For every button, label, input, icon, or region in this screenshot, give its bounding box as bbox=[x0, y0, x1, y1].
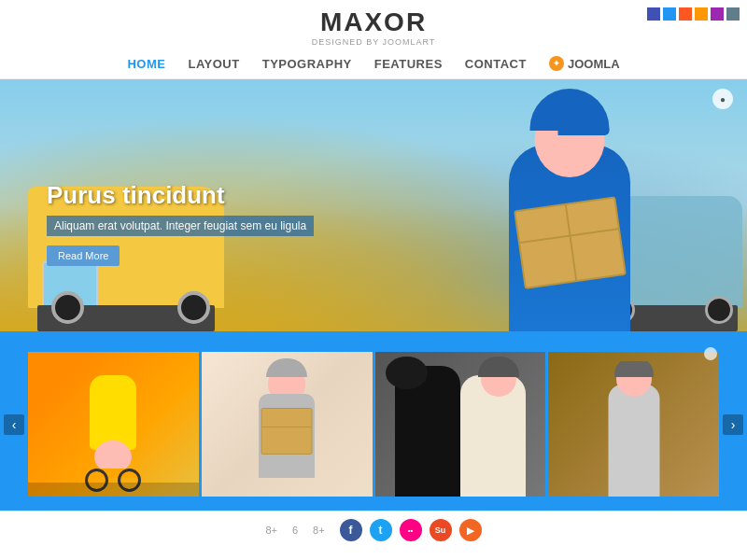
color-swatch-3[interactable] bbox=[679, 7, 692, 21]
hero-title: Purus tincidunt bbox=[47, 181, 314, 210]
color-swatch-6[interactable] bbox=[726, 7, 740, 21]
gallery-inner: ‹ bbox=[0, 352, 747, 497]
hero-section: Purus tincidunt Aliquam erat volutpat. I… bbox=[0, 79, 747, 331]
social-icons: f t •• Su ▶ bbox=[340, 519, 482, 541]
hero-slide-indicator[interactable]: ● bbox=[712, 89, 733, 109]
gallery-next-button[interactable]: › bbox=[723, 414, 743, 435]
hero-subtitle: Aliquam erat volutpat. Integer feugiat s… bbox=[47, 216, 314, 236]
delivery-handoff-figure bbox=[386, 352, 535, 497]
page-wrapper: MAXOR DESIGNED BY JOOMLART HOME LAYOUT T… bbox=[0, 0, 747, 560]
social-flickr[interactable]: •• bbox=[400, 519, 422, 541]
hero-content: Purus tincidunt Aliquam erat volutpat. I… bbox=[47, 181, 314, 266]
nav-contact[interactable]: CONTACT bbox=[465, 57, 527, 71]
footer-stat-3: 8+ bbox=[313, 525, 325, 536]
blue-divider bbox=[0, 331, 747, 343]
van-man-figure bbox=[578, 361, 690, 497]
color-swatch-5[interactable] bbox=[711, 7, 724, 21]
social-facebook[interactable]: f bbox=[340, 519, 362, 541]
site-header: MAXOR DESIGNED BY JOOMLART bbox=[0, 0, 747, 50]
nav-typography[interactable]: TYPOGRAPHY bbox=[262, 57, 352, 71]
read-more-button[interactable]: Read More bbox=[47, 245, 120, 266]
nav-features[interactable]: FEATURES bbox=[374, 57, 443, 71]
color-swatch-1[interactable] bbox=[647, 7, 660, 21]
gallery-item-3[interactable] bbox=[375, 352, 546, 497]
color-swatch-2[interactable] bbox=[663, 7, 676, 21]
gallery-prev-button[interactable]: ‹ bbox=[4, 414, 24, 435]
cyclist-figure bbox=[80, 375, 146, 487]
color-strip bbox=[647, 7, 740, 21]
delivery-man-2 bbox=[249, 366, 324, 497]
gallery-item-1[interactable] bbox=[28, 352, 199, 497]
nav-layout[interactable]: LAYOUT bbox=[188, 57, 239, 71]
logo-main[interactable]: MAXOR bbox=[0, 7, 747, 37]
main-nav: HOME LAYOUT TYPOGRAPHY FEATURES CONTACT … bbox=[0, 50, 747, 79]
logo-sub: DESIGNED BY JOOMLART bbox=[0, 37, 747, 47]
footer-bar: 8+ 6 8+ f t •• Su ▶ bbox=[0, 511, 747, 549]
footer-stat-2: 6 bbox=[292, 525, 298, 536]
gallery-item-2[interactable] bbox=[202, 352, 373, 497]
nav-joomla-label: JOOMLA bbox=[568, 57, 620, 71]
delivery-person bbox=[467, 84, 672, 331]
footer-stat-1: 8+ bbox=[265, 525, 277, 536]
color-swatch-4[interactable] bbox=[695, 7, 708, 21]
gallery-items bbox=[0, 352, 747, 497]
social-twitter[interactable]: t bbox=[370, 519, 392, 541]
social-stumbleupon[interactable]: Su bbox=[430, 519, 452, 541]
nav-joomla[interactable]: ✦ JOOMLA bbox=[549, 56, 620, 71]
gallery-item-4[interactable] bbox=[548, 352, 719, 497]
social-rss[interactable]: ▶ bbox=[459, 519, 482, 541]
nav-home[interactable]: HOME bbox=[127, 57, 165, 71]
gallery-section: ‹ bbox=[0, 343, 747, 511]
joomla-icon: ✦ bbox=[549, 56, 564, 71]
gallery-indicator bbox=[704, 347, 717, 360]
